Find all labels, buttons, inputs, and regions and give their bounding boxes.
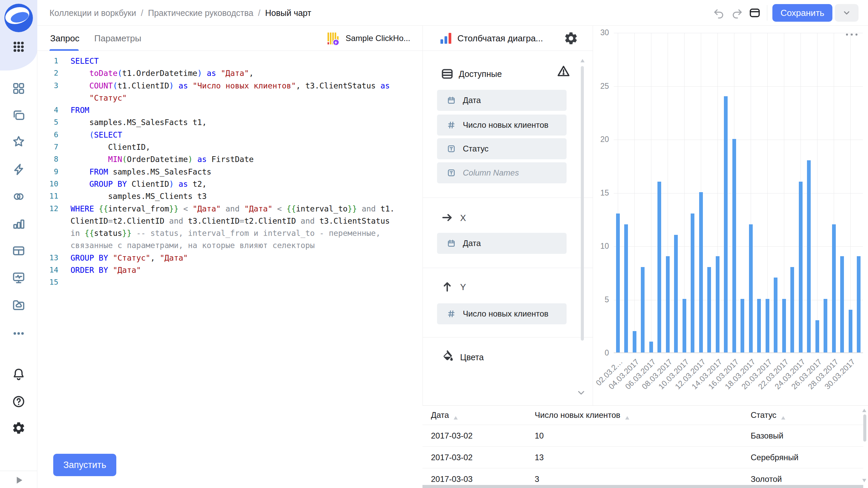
bar — [657, 182, 661, 352]
breadcrumb[interactable]: Коллекции и воркбуки/Практические руково… — [50, 0, 311, 26]
bar — [666, 256, 670, 352]
code-area[interactable]: 1SELECT2 toDate(t1.OrderDatetime) as "Да… — [37, 55, 417, 289]
visualization-title[interactable]: Столбчатая диагра... — [457, 26, 543, 51]
bar — [616, 214, 620, 352]
bar — [766, 299, 769, 352]
code-line[interactable]: 10 GROUP BY ClientID) as t2, — [37, 178, 417, 190]
gridline — [850, 33, 851, 352]
sql-editor[interactable]: 1SELECT2 toDate(t1.OrderDatetime) as "Да… — [37, 51, 422, 488]
code-line[interactable]: ClientID=t2.ClientID and t3.ClientID=t2.… — [37, 215, 417, 227]
bar — [683, 299, 686, 352]
code-text: SELECT — [58, 55, 99, 67]
bar — [674, 235, 678, 352]
table-vertical-scrollbar[interactable] — [863, 414, 866, 442]
gridline — [651, 33, 651, 352]
code-line[interactable]: 7 ClientID, — [37, 141, 417, 153]
chart-menu-dots-icon[interactable] — [844, 30, 859, 39]
save-options-button[interactable] — [835, 4, 859, 22]
code-text: MIN(OrderDatetime) as FirstDate — [58, 153, 254, 165]
code-line[interactable]: 5 samples.MS_SalesFacts t1, — [37, 116, 417, 128]
code-line[interactable]: 4FROM — [37, 104, 417, 116]
line-number: 14 — [37, 264, 58, 276]
code-line[interactable]: 3 COUNT(t1.ClientID) as "Число новых кли… — [37, 80, 417, 92]
panel-card-icon[interactable] — [749, 7, 761, 19]
code-line[interactable]: "Статус" — [37, 92, 417, 104]
connection-selector[interactable]: Sample ClickHo... — [326, 30, 410, 46]
gridline — [634, 33, 635, 352]
field-chip[interactable]: Статус — [437, 138, 567, 159]
table-column-header[interactable]: Статус — [751, 406, 786, 425]
table-cell: 2017-03-02 — [431, 425, 473, 447]
bell-icon[interactable] — [11, 366, 27, 382]
bar — [799, 182, 803, 352]
x-axis-icon — [440, 211, 454, 224]
scroll-up-icon[interactable] — [580, 58, 585, 63]
undo-icon[interactable] — [713, 7, 725, 19]
table-column-header[interactable]: Дата — [431, 406, 458, 425]
panel-scrollbar[interactable] — [581, 66, 584, 341]
warning-icon[interactable] — [557, 64, 570, 78]
star-icon[interactable] — [11, 134, 27, 150]
bar — [749, 224, 753, 352]
pairs-icon[interactable] — [11, 188, 27, 205]
sort-caret-icon — [453, 413, 458, 418]
code-line[interactable]: in {{status}} -- status, interval_from и… — [37, 227, 417, 239]
field-chip[interactable]: Column Names — [437, 162, 567, 183]
monitor-icon[interactable] — [11, 269, 27, 286]
collections-icon[interactable] — [11, 107, 27, 123]
table-icon[interactable] — [11, 243, 27, 259]
column-chart-icon[interactable] — [439, 31, 453, 45]
lightning-icon[interactable] — [11, 161, 27, 178]
datalens-logo-icon[interactable] — [4, 3, 34, 33]
save-button[interactable]: Сохранить — [772, 4, 832, 22]
y-tick-label: 10 — [593, 242, 609, 251]
code-line[interactable]: связанные с параметрами, на которые влия… — [37, 239, 417, 251]
code-line[interactable]: 13GROUP BY "Статус", "Дата" — [37, 252, 417, 264]
tab-params[interactable]: Параметры — [94, 26, 141, 51]
redo-icon[interactable] — [731, 7, 743, 19]
breadcrumb-link[interactable]: Коллекции и воркбуки — [50, 8, 136, 18]
chart-settings-gear-icon[interactable] — [564, 31, 578, 46]
code-line[interactable]: 14ORDER BY "Дата" — [37, 264, 417, 276]
column-header-label: Число новых клиентов — [535, 410, 620, 420]
code-line[interactable]: 9 FROM samples.MS_SalesFacts — [37, 166, 417, 178]
panel-chevron-down-icon[interactable] — [576, 388, 586, 398]
help-icon[interactable] — [11, 393, 27, 410]
table-column-header[interactable]: Число новых клиентов — [535, 406, 630, 425]
folder-cloud-icon[interactable] — [11, 297, 27, 313]
gear-icon[interactable] — [11, 420, 27, 436]
line-number: 1 — [37, 55, 58, 67]
line-number: 10 — [37, 178, 58, 190]
table-horizontal-scrollbar[interactable] — [422, 485, 863, 488]
sidebar-divider — [0, 471, 37, 471]
run-button[interactable]: Запустить — [53, 454, 116, 476]
code-line[interactable]: 15 — [37, 276, 417, 288]
tab-query[interactable]: Запрос — [50, 26, 79, 51]
bar — [832, 224, 836, 352]
field-chip[interactable]: Дата — [437, 233, 567, 254]
code-line[interactable]: 8 MIN(OrderDatetime) as FirstDate — [37, 153, 417, 165]
apps-grid-icon[interactable] — [11, 39, 27, 55]
code-text: ClientID, — [58, 141, 150, 153]
bars-icon[interactable] — [11, 216, 27, 232]
code-line[interactable]: 6 (SELECT — [37, 129, 417, 141]
field-chip[interactable]: Число новых клиентов — [437, 115, 567, 136]
column-header-label: Дата — [431, 410, 449, 420]
field-chip[interactable]: Число новых клиентов — [437, 303, 567, 324]
table-cell: 13 — [535, 447, 544, 468]
y-tick-label: 15 — [593, 188, 609, 198]
table-scroll-up-icon[interactable] — [862, 408, 867, 412]
line-number — [37, 215, 58, 227]
grid-icon[interactable] — [11, 80, 27, 97]
breadcrumb-link[interactable]: Практические руководства — [148, 8, 253, 18]
code-line[interactable]: 2 toDate(t1.OrderDatetime) as "Дата", — [37, 67, 417, 79]
field-chip[interactable]: Дата — [437, 90, 567, 111]
table-scroll-down-icon[interactable] — [862, 479, 867, 483]
line-number: 12 — [37, 203, 58, 215]
code-line[interactable]: 11 samples.MS_Clients t3 — [37, 190, 417, 202]
expand-sidebar-icon[interactable] — [14, 475, 24, 485]
code-line[interactable]: 12WHERE {{interval_from}} < "Дата" and "… — [37, 203, 417, 215]
more-dots-icon[interactable] — [11, 325, 27, 342]
code-line[interactable]: 1SELECT — [37, 55, 417, 67]
y-tick-label: 25 — [593, 82, 609, 91]
